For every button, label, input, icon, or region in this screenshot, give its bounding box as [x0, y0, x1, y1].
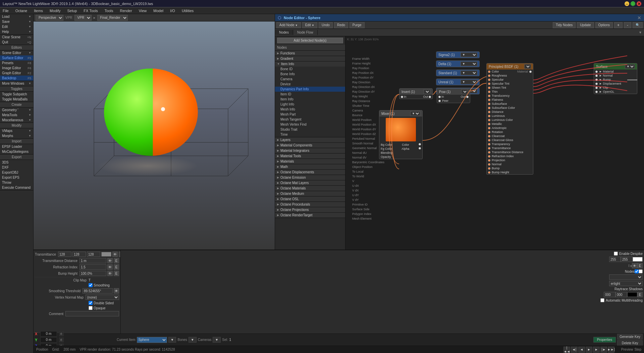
delete-key-btn[interactable]: Delete Key [617, 340, 643, 346]
next-frame-btn[interactable]: ► [593, 347, 600, 353]
np-functions-title[interactable]: Functions [275, 51, 345, 56]
node-mixer-select[interactable]: ▼ [410, 111, 420, 116]
np-light-info[interactable]: Light Info [275, 102, 345, 107]
trans-dist-input[interactable] [79, 258, 106, 263]
ne-search-btn[interactable]: 🔍 [633, 22, 643, 28]
node-sigma2[interactable]: Sigma2 (1) ▼ [436, 51, 480, 58]
node-standard[interactable]: Standard (1) ▼ [436, 70, 480, 76]
np-bone-info[interactable]: Bone Info [275, 72, 345, 77]
lx-eye-btn[interactable]: 👁 [632, 263, 637, 268]
node-pow[interactable]: Pow (1) ▼ In Out [437, 88, 470, 103]
node-standard-select[interactable]: ▼ [461, 71, 477, 75]
raytrace-r-input[interactable] [604, 292, 615, 297]
close-button[interactable]: ✕ [637, 1, 641, 6]
np-oct-emis-title[interactable]: Octane Emission [275, 175, 345, 180]
np-device[interactable]: Device [275, 82, 345, 87]
filter-select[interactable] [609, 274, 643, 280]
np-oct-proj-title[interactable]: Octane Projections [275, 207, 345, 212]
color-r-input[interactable] [609, 257, 621, 262]
ne-add-selected-btn[interactable]: Add Selected Node(s) [277, 38, 343, 43]
menu-model[interactable]: Model [152, 8, 165, 13]
ne-close-button[interactable]: ✕ [637, 15, 641, 20]
lp-vmaps[interactable]: VMaps [0, 128, 33, 133]
trans-dist-eye-btn[interactable]: 👁 [107, 258, 113, 263]
np-item-info[interactable]: Item Info [275, 97, 345, 102]
ne-edit-btn[interactable]: Edit [302, 22, 317, 28]
ne-options-btn[interactable]: Options [595, 22, 613, 28]
opaque-checkbox[interactable] [89, 306, 93, 310]
np-oct-rt-title[interactable]: Octane RenderTarget [275, 213, 345, 218]
ne-add-node-btn[interactable]: Add Node [276, 22, 301, 28]
lp-more-windows[interactable]: More Windows [0, 81, 33, 86]
lx-e-btn[interactable]: E [637, 263, 643, 268]
current-item-select[interactable]: Sphere [137, 337, 167, 343]
menu-utilities[interactable]: Utilities [180, 8, 195, 13]
maximize-button[interactable]: □ [631, 1, 635, 6]
menu-io[interactable]: I/O [169, 8, 176, 13]
vpr-select[interactable]: VPR [74, 15, 92, 21]
nodes-checkbox2[interactable] [639, 269, 643, 273]
lp-exec-cmd[interactable]: Execute Command [0, 185, 33, 190]
menu-modify[interactable]: Modify [48, 8, 62, 13]
play-btn[interactable]: ► [586, 347, 592, 353]
bump-height-input[interactable] [79, 271, 106, 276]
lp-3ds[interactable]: 3DS [0, 160, 33, 165]
prev-key-btn[interactable]: ◄| [571, 347, 578, 353]
refraction-eye-btn[interactable]: 👁 [107, 264, 113, 270]
np-mat-int-title[interactable]: Material Integrators [275, 148, 345, 153]
np-item-info-title[interactable]: Item Info [275, 61, 345, 67]
raytrace-g-input[interactable] [615, 292, 627, 297]
np-mesh-part[interactable]: Mesh Part [275, 112, 345, 117]
smoothing-checkbox[interactable] [89, 283, 93, 287]
ne-zoom-in-btn[interactable]: + [614, 22, 623, 28]
menu-view[interactable]: View [138, 8, 148, 13]
skip-start-btn[interactable]: |◄◄ [564, 347, 570, 353]
viewport-canvas[interactable] [34, 21, 275, 250]
double-sided-checkbox[interactable] [89, 301, 93, 305]
bones-btn[interactable]: ▼ [189, 337, 197, 343]
node-invert-select[interactable]: ▼ [424, 89, 430, 94]
np-mat-tools-title[interactable]: Material Tools [275, 153, 345, 159]
lp-mocap[interactable]: MoCapSkelegons [0, 149, 33, 154]
smoothing-thresh-eye-btn[interactable]: 👁 [114, 288, 119, 294]
np-oct-mat-title[interactable]: Octane Materials [275, 186, 345, 191]
y-input[interactable] [40, 337, 57, 343]
lp-edit[interactable]: Edit [0, 24, 33, 29]
ne-purge-btn[interactable]: Purge [350, 22, 365, 28]
lp-throw[interactable]: Throw [0, 180, 33, 185]
properties-btn[interactable]: Properties [593, 337, 616, 343]
transmittance-b-input[interactable] [87, 252, 100, 257]
lp-save[interactable]: Save [0, 19, 33, 24]
np-bone-id[interactable]: Bone ID [275, 67, 345, 72]
trans-dist-e-btn[interactable]: E [114, 258, 119, 263]
ne-tab-flow[interactable]: Node Flow [293, 30, 318, 35]
np-layers-title[interactable]: Layers [275, 137, 345, 142]
node-unreal[interactable]: Unreal (1) ▼ [436, 79, 480, 85]
lp-export-eps[interactable]: Export EPS [0, 175, 33, 180]
x-input[interactable] [40, 331, 57, 337]
menu-octane[interactable]: Octane [14, 8, 29, 13]
transmittance-swatch[interactable] [101, 252, 111, 257]
raytrace-swatch[interactable] [627, 292, 637, 297]
transmittance-g-input[interactable] [72, 252, 86, 257]
np-studio-trait[interactable]: Studio Trait [275, 127, 345, 132]
np-item-id[interactable]: Item ID [275, 92, 345, 97]
node-pow-select[interactable]: ▼ [461, 89, 468, 94]
lp-graph-editor[interactable]: Graph EditorF2 [0, 71, 33, 76]
refraction-input[interactable] [79, 264, 106, 270]
node-delta[interactable]: Delta (1) ▼ [436, 60, 480, 67]
lp-image-editor[interactable]: Image EditorF6 [0, 65, 33, 71]
menu-tools[interactable]: Tools [103, 8, 115, 13]
node-sigma2-select[interactable]: ▼ [461, 52, 477, 57]
sel-btn[interactable]: ▼ [168, 337, 176, 343]
minimize-button[interactable]: – [625, 1, 629, 6]
np-materials-title[interactable]: Materials [275, 159, 345, 164]
lp-backdrop[interactable]: BackdropF5 [0, 76, 33, 81]
lp-epsf[interactable]: EPSF Loader [0, 144, 33, 149]
lp-misc[interactable]: Miscellaneous [0, 118, 33, 123]
viewport-mode-select[interactable]: Perspective [36, 15, 63, 21]
refraction-e-btn[interactable]: E [114, 264, 119, 270]
np-camera[interactable]: Camera [275, 77, 345, 82]
node-principled-select[interactable]: ▼ [524, 64, 531, 69]
np-math-title[interactable]: Math [275, 164, 345, 169]
